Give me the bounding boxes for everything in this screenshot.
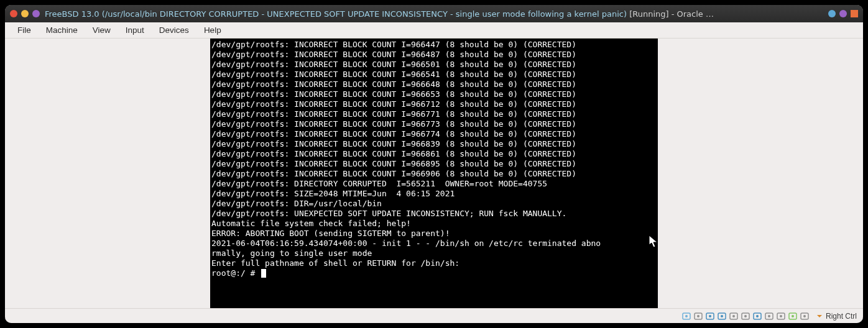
svg-point-17 xyxy=(780,315,782,317)
svg-point-19 xyxy=(792,315,794,317)
terminal-line: /dev/gpt/rootfs: INCORRECT BLOCK COUNT I… xyxy=(211,70,658,80)
recording-icon[interactable] xyxy=(765,312,773,321)
terminal-line: /dev/gpt/rootfs: INCORRECT BLOCK COUNT I… xyxy=(211,129,658,139)
shared-folder-icon[interactable] xyxy=(718,312,726,321)
menu-help[interactable]: Help xyxy=(198,23,228,37)
indicator-square-icon[interactable] xyxy=(851,10,858,17)
terminal-line: /dev/gpt/rootfs: INCORRECT BLOCK COUNT I… xyxy=(211,99,658,109)
terminal-line: /dev/gpt/rootfs: INCORRECT BLOCK COUNT I… xyxy=(211,139,658,149)
terminal-line: /dev/gpt/rootfs: INCORRECT BLOCK COUNT I… xyxy=(211,60,658,70)
indicator-dot-icon[interactable] xyxy=(828,10,836,17)
svg-point-15 xyxy=(768,315,770,317)
camera-icon[interactable] xyxy=(777,312,785,321)
usb-icon[interactable] xyxy=(706,312,714,321)
terminal-line: /dev/gpt/rootfs: INCORRECT BLOCK COUNT I… xyxy=(211,169,658,179)
svg-point-11 xyxy=(744,315,747,317)
menu-file[interactable]: File xyxy=(11,23,37,37)
network-icon[interactable] xyxy=(753,312,762,321)
svg-point-21 xyxy=(803,315,806,317)
hostkey-arrow-icon xyxy=(816,312,823,320)
app-name: - Oracle … xyxy=(672,9,714,19)
svg-point-1 xyxy=(685,315,688,317)
hard-disk-icon[interactable] xyxy=(682,312,691,321)
statusbar: Right Ctrl xyxy=(5,308,863,323)
menubar: File Machine View Input Devices Help xyxy=(5,22,863,39)
terminal-line: /dev/gpt/rootfs: INCORRECT BLOCK COUNT I… xyxy=(211,159,658,169)
window-controls xyxy=(10,10,40,17)
terminal-line: /dev/gpt/rootfs: INCORRECT BLOCK COUNT I… xyxy=(211,149,658,159)
menu-view[interactable]: View xyxy=(86,23,117,37)
terminal-line: /dev/gpt/rootfs: INCORRECT BLOCK COUNT I… xyxy=(211,80,658,89)
menu-machine[interactable]: Machine xyxy=(40,23,84,37)
menu-input[interactable]: Input xyxy=(119,23,150,37)
terminal-line: /dev/gpt/rootfs: UNEXPECTED SOFT UPDATE … xyxy=(211,209,658,219)
svg-point-3 xyxy=(697,315,699,317)
close-dot-icon[interactable] xyxy=(10,10,17,17)
window-title: FreeBSD 13.0 (/usr/local/bin DIRECTORY C… xyxy=(45,9,823,19)
mouse-integration-icon[interactable] xyxy=(788,312,797,321)
svg-point-5 xyxy=(709,315,711,317)
hostkey-indicator[interactable]: Right Ctrl xyxy=(816,312,857,321)
terminal-cursor-icon xyxy=(261,269,266,278)
terminal-line: /dev/gpt/rootfs: DIR=/usr/local/bin xyxy=(211,199,658,209)
audio-icon[interactable] xyxy=(741,312,750,321)
terminal-line: 2021-06-04T06:16:59.434074+00:00 - init … xyxy=(211,239,658,248)
clipboard-icon[interactable] xyxy=(800,312,809,321)
vm-name: FreeBSD 13.0 xyxy=(45,9,99,19)
maximize-dot-icon[interactable] xyxy=(32,10,40,17)
terminal-line: Enter full pathname of shell or RETURN f… xyxy=(211,258,658,268)
terminal-line: /dev/gpt/rootfs: DIRECTORY CORRUPTED I=5… xyxy=(211,179,658,189)
titlebar[interactable]: FreeBSD 13.0 (/usr/local/bin DIRECTORY C… xyxy=(5,5,863,22)
display-icon[interactable] xyxy=(729,312,738,321)
terminal-line: rmally, going to single user mode xyxy=(211,248,658,258)
terminal-prompt[interactable]: root@:/ # xyxy=(211,268,658,278)
optical-disk-icon[interactable] xyxy=(694,312,703,321)
svg-point-13 xyxy=(756,315,759,317)
hostkey-label: Right Ctrl xyxy=(826,312,857,321)
terminal-line: /dev/gpt/rootfs: INCORRECT BLOCK COUNT I… xyxy=(211,89,658,99)
terminal-line: ERROR: ABORTING BOOT (sending SIGTERM to… xyxy=(211,229,658,239)
terminal-line: /dev/gpt/rootfs: INCORRECT BLOCK COUNT I… xyxy=(211,119,658,129)
vm-state: [Running] xyxy=(629,9,668,19)
menu-devices[interactable]: Devices xyxy=(153,23,195,37)
indicator-dot-icon[interactable] xyxy=(839,10,847,17)
svg-point-9 xyxy=(732,315,735,317)
terminal-line: /dev/gpt/rootfs: INCORRECT BLOCK COUNT I… xyxy=(211,40,658,50)
virtualbox-window: FreeBSD 13.0 (/usr/local/bin DIRECTORY C… xyxy=(5,5,863,323)
svg-point-7 xyxy=(721,315,723,317)
titlebar-right-icons xyxy=(828,10,858,17)
vm-detail: (/usr/local/bin DIRECTORY CORRUPTED - UN… xyxy=(102,9,627,19)
terminal-line: /dev/gpt/rootfs: INCORRECT BLOCK COUNT I… xyxy=(211,109,658,119)
guest-terminal[interactable]: /dev/gpt/rootfs: INCORRECT BLOCK COUNT I… xyxy=(210,39,658,308)
vm-display-area[interactable]: /dev/gpt/rootfs: INCORRECT BLOCK COUNT I… xyxy=(5,39,863,308)
terminal-line: /dev/gpt/rootfs: SIZE=2048 MTIME=Jun 4 0… xyxy=(211,189,658,199)
minimize-dot-icon[interactable] xyxy=(21,10,29,17)
terminal-line: /dev/gpt/rootfs: INCORRECT BLOCK COUNT I… xyxy=(211,50,658,60)
terminal-line: Automatic file system check failed; help… xyxy=(211,219,658,229)
